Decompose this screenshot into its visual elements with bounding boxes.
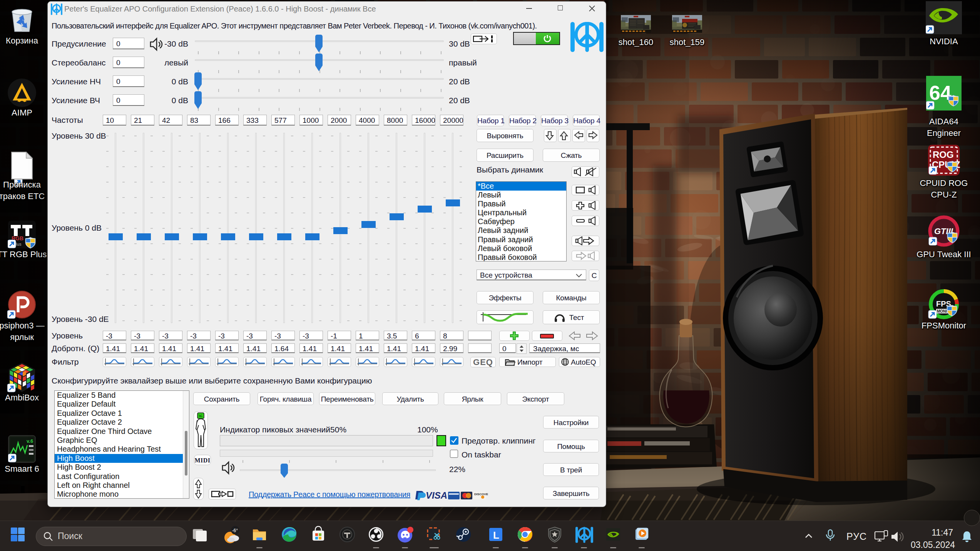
svg-text:-6°: -6° xyxy=(232,528,238,533)
svg-text:L: L xyxy=(493,529,499,541)
svg-text:DISCOVER: DISCOVER xyxy=(474,492,488,496)
svg-text:VISA: VISA xyxy=(426,490,447,501)
